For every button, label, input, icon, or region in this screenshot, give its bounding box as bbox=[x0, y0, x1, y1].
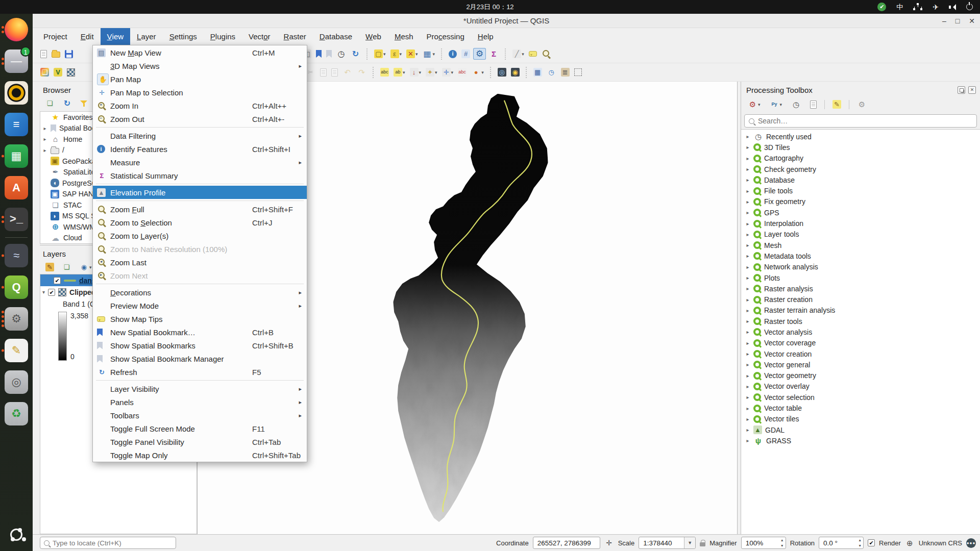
clock[interactable]: 2月23日 00：12 bbox=[0, 0, 980, 14]
menu-item-toggle-full-screen-mode[interactable]: Toggle Full Screen ModeF11 bbox=[93, 422, 307, 435]
options-wrench-button[interactable]: ⚙ bbox=[855, 98, 868, 110]
expand-arrow-icon[interactable]: ▸ bbox=[745, 221, 750, 227]
dock-libreoffice-writer[interactable]: ≡ bbox=[0, 109, 33, 140]
menu-item-preview-mode[interactable]: Preview Mode▸ bbox=[93, 299, 307, 312]
expand-arrow-icon[interactable]: ▸ bbox=[745, 297, 750, 303]
dock-files[interactable]: —1 bbox=[0, 45, 33, 77]
tree-item-vector-coverage[interactable]: ▸Vector coverage bbox=[741, 338, 980, 348]
add-selected-layer-button[interactable]: ❏ bbox=[44, 98, 56, 109]
expand-arrow-icon[interactable]: ▸ bbox=[42, 136, 47, 142]
dock-app-center[interactable]: A bbox=[0, 172, 33, 204]
input-method-indicator[interactable]: 中 bbox=[896, 3, 903, 12]
menubar-processing[interactable]: Processing bbox=[420, 28, 471, 45]
nominatim-geocoder-button[interactable]: ◎ bbox=[496, 67, 508, 78]
edit-features-in-place-button[interactable]: ✎ bbox=[831, 99, 843, 110]
tree-item-interpolation[interactable]: ▸Interpolation bbox=[741, 218, 980, 229]
menu-item-pan-map[interactable]: ✋Pan Map bbox=[93, 72, 307, 86]
identify-features-button[interactable]: i bbox=[447, 49, 458, 59]
street-view-tool-button[interactable]: ◉ bbox=[509, 67, 521, 78]
expand-arrow-icon[interactable]: ▸ bbox=[745, 210, 750, 215]
magnifier-stepper[interactable]: 100%▲▼ bbox=[741, 537, 786, 549]
show-spatial-bookmarks-button[interactable] bbox=[325, 49, 333, 59]
dropdown-caret-icon[interactable]: ▾ bbox=[451, 70, 454, 75]
expand-arrow-icon[interactable]: ▸ bbox=[745, 144, 750, 150]
paste-features-button[interactable] bbox=[330, 67, 339, 78]
dock-trash[interactable]: ♻ bbox=[0, 398, 33, 430]
menubar-settings[interactable]: Settings bbox=[163, 28, 204, 45]
dropdown-caret-icon[interactable]: ▾ bbox=[433, 52, 435, 57]
toolbar-handle[interactable] bbox=[504, 48, 507, 60]
tree-item-vector-tiles[interactable]: ▸Vector tiles bbox=[741, 414, 980, 424]
layer-checkbox[interactable]: ✔ bbox=[54, 277, 61, 284]
expand-arrow-icon[interactable]: ▸ bbox=[745, 427, 750, 433]
expand-arrow-icon[interactable]: ▸ bbox=[745, 199, 750, 205]
temporal-controller-button[interactable]: ◷ bbox=[335, 48, 348, 60]
locator-bar[interactable] bbox=[40, 537, 176, 549]
updates-ok-icon[interactable]: ✔ bbox=[877, 3, 886, 11]
power-icon[interactable] bbox=[966, 4, 973, 10]
expand-arrow-icon[interactable]: ▸ bbox=[745, 373, 750, 379]
tree-item-vector-selection[interactable]: ▸Vector selection bbox=[741, 392, 980, 403]
search-input[interactable] bbox=[758, 117, 972, 125]
expand-arrow-icon[interactable]: ▸ bbox=[745, 416, 750, 422]
processing-history-button[interactable]: ◷ bbox=[545, 66, 558, 78]
tree-item-plots[interactable]: ▸Plots bbox=[741, 272, 980, 283]
refresh-map-button[interactable]: ↻ bbox=[349, 48, 362, 60]
expand-arrow-icon[interactable]: ▸ bbox=[745, 329, 750, 335]
menubar-project[interactable]: Project bbox=[37, 28, 74, 45]
dock-libreoffice-calc[interactable]: ▦ bbox=[0, 140, 33, 172]
expand-arrow-icon[interactable]: ▸ bbox=[745, 438, 750, 443]
locator-input[interactable] bbox=[53, 539, 172, 547]
log-messages-button[interactable]: ≣ bbox=[559, 67, 571, 78]
close-button[interactable]: ✕ bbox=[969, 17, 975, 25]
menubar-mesh[interactable]: Mesh bbox=[388, 28, 420, 45]
expand-arrow-icon[interactable]: ▸ bbox=[745, 264, 750, 270]
expand-arrow-icon[interactable]: ▸ bbox=[745, 253, 750, 259]
expand-arrow-icon[interactable]: ▸ bbox=[745, 275, 750, 281]
menubar-view[interactable]: View bbox=[101, 28, 131, 45]
menu-item-zoom-to-selection[interactable]: Zoom to SelectionCtrl+J bbox=[93, 216, 307, 229]
expand-arrow-icon[interactable]: ▸ bbox=[745, 351, 750, 357]
new-spatial-bookmark-button[interactable] bbox=[314, 49, 323, 59]
tree-item-network-analysis[interactable]: ▸Network analysis bbox=[741, 262, 980, 272]
minimize-button[interactable]: – bbox=[942, 17, 946, 25]
raster-calculator-button[interactable]: ▦ bbox=[532, 67, 544, 78]
render-checkbox[interactable]: ✔ bbox=[868, 539, 875, 546]
toolbar-handle[interactable] bbox=[489, 67, 493, 78]
tree-item-raster-tools[interactable]: ▸Raster tools bbox=[741, 316, 980, 327]
digitize-shape-button[interactable] bbox=[573, 67, 583, 77]
open-attribute-table-button[interactable]: ▦▾ bbox=[421, 48, 437, 60]
volume-icon[interactable] bbox=[949, 4, 956, 10]
collapse-arrow-icon[interactable]: ▾ bbox=[42, 289, 45, 295]
menu-item-new-spatial-bookmark[interactable]: New Spatial Bookmark…Ctrl+B bbox=[93, 325, 307, 339]
processing-modeler-button[interactable]: ⚙▾ bbox=[746, 98, 762, 110]
menu-item-data-filtering[interactable]: Data Filtering▸ bbox=[93, 129, 307, 142]
dropdown-caret-icon[interactable]: ▾ bbox=[522, 52, 524, 57]
tree-item-gdal[interactable]: ▸▲GDAL bbox=[741, 424, 980, 435]
expand-arrow-icon[interactable]: ▸ bbox=[745, 242, 750, 248]
airplane-mode-icon[interactable]: ✈ bbox=[933, 3, 939, 11]
expand-arrow-icon[interactable]: ▸ bbox=[745, 406, 750, 411]
add-group-button[interactable]: ❏ bbox=[61, 262, 72, 272]
coordinate-input[interactable]: 265527, 2786399 bbox=[533, 537, 600, 549]
dock-system-monitor[interactable]: ≈ bbox=[0, 240, 33, 271]
menubar-vector[interactable]: Vector bbox=[242, 28, 277, 45]
undo-button[interactable]: ↶ bbox=[341, 66, 354, 78]
data-source-manager-button[interactable]: ❏ bbox=[39, 67, 51, 78]
close-panel-button[interactable]: ✕ bbox=[968, 86, 976, 94]
pin-labels-button[interactable]: ↓▾ bbox=[408, 67, 423, 78]
filter-browser-button[interactable] bbox=[79, 99, 89, 108]
title-bar[interactable]: *Untitled Project — QGIS –□✕ bbox=[33, 14, 980, 28]
tree-item-vector-creation[interactable]: ▸Vector creation bbox=[741, 348, 980, 359]
menu-item-pan-map-to-selection[interactable]: ✛Pan Map to Selection bbox=[93, 86, 307, 99]
map-tips-button[interactable] bbox=[527, 50, 538, 58]
tree-item-raster-analysis[interactable]: ▸Raster analysis bbox=[741, 283, 980, 294]
expand-arrow-icon[interactable]: ▸ bbox=[745, 318, 750, 324]
tree-item-mesh[interactable]: ▸Mesh bbox=[741, 240, 980, 251]
expand-arrow-icon[interactable]: ▸ bbox=[42, 147, 47, 153]
menu-item-3d-map-views[interactable]: 3D Map Views▸ bbox=[93, 59, 307, 72]
expand-arrow-icon[interactable]: ▸ bbox=[745, 394, 750, 400]
field-calculator-button[interactable]: # bbox=[460, 48, 472, 59]
menu-item-zoom-in[interactable]: +Zoom InCtrl+Alt++ bbox=[93, 99, 307, 112]
save-project-button[interactable] bbox=[63, 49, 75, 59]
